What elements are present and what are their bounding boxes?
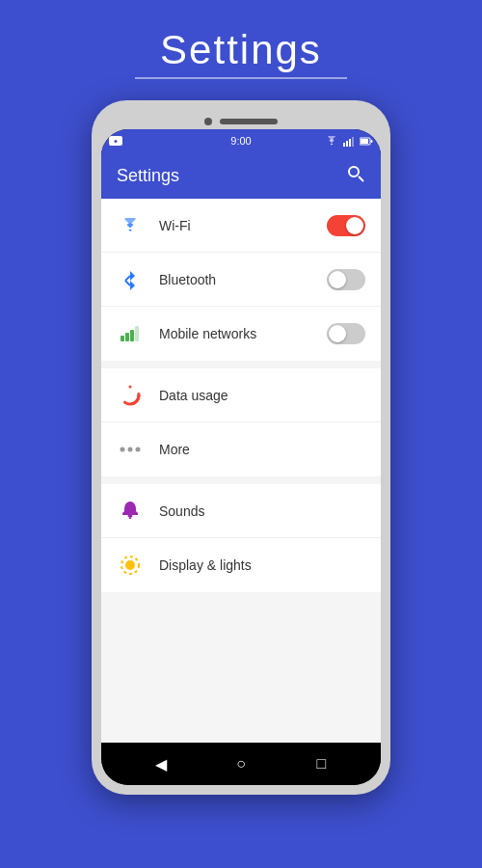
settings-group-connectivity: Wi-Fi Bluetooth [101, 199, 381, 361]
svg-rect-3 [343, 143, 345, 147]
phone-shell: 9:00 [92, 100, 390, 795]
settings-item-more[interactable]: More [101, 422, 381, 476]
mobile-networks-toggle-thumb [329, 325, 346, 342]
settings-item-mobile-networks[interactable]: Mobile networks [101, 307, 381, 361]
home-button[interactable]: ○ [226, 748, 256, 779]
svg-line-12 [125, 276, 130, 281]
sounds-icon [117, 498, 144, 525]
settings-list: Wi-Fi Bluetooth [101, 199, 381, 743]
back-button[interactable]: ◀ [146, 748, 176, 779]
bluetooth-label: Bluetooth [159, 272, 327, 287]
svg-line-13 [125, 281, 130, 285]
title-underline [135, 77, 347, 79]
more-label: More [159, 442, 365, 457]
page-title: Settings [160, 27, 322, 73]
svg-rect-24 [128, 515, 133, 517]
nav-bar: ◀ ○ □ [101, 743, 381, 785]
svg-point-21 [120, 448, 125, 452]
settings-item-display[interactable]: Display & lights [101, 538, 381, 592]
svg-point-10 [349, 167, 359, 176]
data-usage-icon [117, 382, 144, 409]
svg-rect-9 [371, 140, 373, 143]
camera-dot [204, 118, 212, 125]
svg-rect-17 [135, 326, 139, 341]
more-icon [117, 436, 144, 463]
svg-point-26 [125, 560, 135, 570]
svg-rect-5 [349, 139, 351, 147]
settings-group-device: Sounds Display & lights [101, 484, 381, 592]
phone-screen: 9:00 [101, 129, 381, 785]
svg-point-23 [136, 448, 141, 452]
status-right [325, 136, 373, 147]
svg-rect-25 [129, 517, 132, 519]
svg-rect-8 [361, 139, 368, 144]
wifi-toggle[interactable] [327, 215, 365, 236]
signal-icon [117, 320, 144, 347]
speaker-bar [220, 119, 278, 124]
battery-status-icon [360, 136, 373, 147]
settings-group-data: Data usage More [101, 368, 381, 476]
search-button[interactable] [346, 164, 365, 188]
svg-rect-1 [114, 137, 118, 139]
status-bar: 9:00 [101, 129, 381, 152]
mobile-networks-label: Mobile networks [159, 326, 327, 341]
photo-icon [109, 136, 122, 146]
display-icon [117, 552, 144, 579]
svg-point-2 [115, 140, 118, 143]
settings-item-wifi[interactable]: Wi-Fi [101, 199, 381, 253]
svg-point-22 [128, 448, 133, 452]
svg-rect-6 [352, 137, 354, 147]
svg-rect-14 [120, 336, 124, 341]
svg-rect-15 [125, 333, 129, 341]
wifi-toggle-thumb [346, 217, 363, 234]
display-label: Display & lights [159, 557, 365, 573]
settings-item-bluetooth[interactable]: Bluetooth [101, 253, 381, 307]
phone-top [101, 110, 381, 129]
svg-rect-4 [346, 141, 348, 147]
signal-status-icon [342, 136, 356, 147]
recents-button[interactable]: □ [306, 748, 336, 779]
status-left [109, 136, 122, 146]
app-bar: Settings [101, 152, 381, 199]
wifi-icon [117, 212, 144, 239]
settings-item-data-usage[interactable]: Data usage [101, 368, 381, 422]
status-time: 9:00 [230, 135, 251, 147]
app-bar-title: Settings [117, 166, 179, 186]
svg-point-20 [120, 385, 141, 405]
sounds-label: Sounds [159, 503, 365, 519]
svg-rect-16 [130, 330, 134, 341]
wifi-label: Wi-Fi [159, 218, 327, 233]
settings-item-sounds[interactable]: Sounds [101, 484, 381, 538]
bluetooth-toggle[interactable] [327, 269, 365, 290]
bluetooth-icon [117, 266, 144, 293]
data-usage-label: Data usage [159, 388, 365, 403]
bluetooth-toggle-thumb [329, 271, 346, 288]
wifi-status-icon [325, 136, 338, 147]
mobile-networks-toggle[interactable] [327, 323, 365, 344]
svg-line-11 [359, 176, 363, 181]
